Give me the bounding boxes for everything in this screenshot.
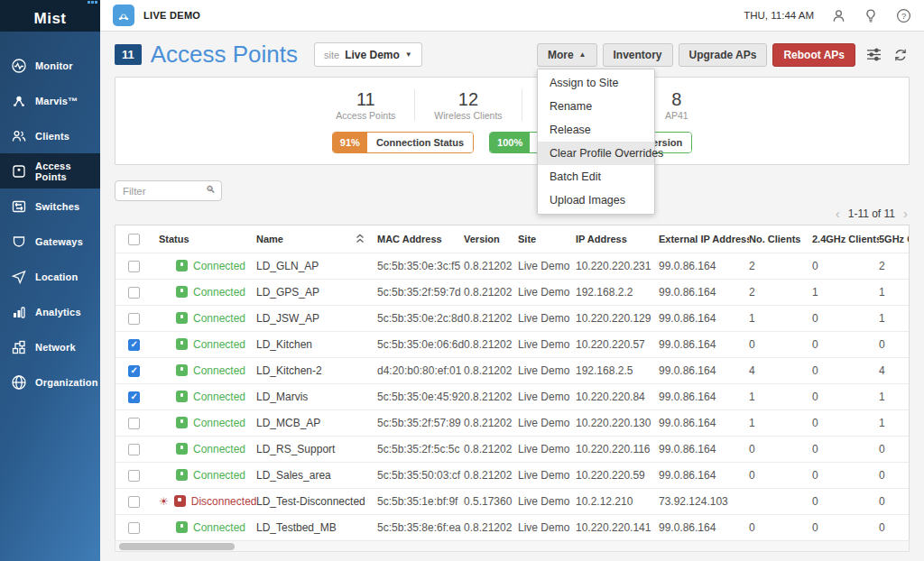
row-checkbox[interactable]: [128, 522, 140, 534]
ap-name[interactable]: LD_Test-Disconnected: [256, 488, 377, 514]
ap-external-ip: 99.0.86.164: [659, 409, 749, 436]
ap-24ghz-clients: 0: [812, 488, 879, 514]
ap-status-icon: [176, 469, 188, 481]
sidebar-item-network[interactable]: Network: [0, 329, 100, 364]
ap-version: 0.8.21202: [464, 331, 518, 357]
sidebar-item-analytics[interactable]: Analytics: [0, 294, 100, 329]
pagination-next-icon[interactable]: ›: [903, 208, 908, 219]
stat-access-points: 11Access Points: [317, 89, 414, 121]
sidebar-item-label: Network: [35, 342, 76, 353]
ap-name[interactable]: LD_Marvis: [256, 383, 377, 409]
horizontal-scrollbar-thumb[interactable]: [119, 543, 235, 550]
sidebar-item-clients[interactable]: Clients: [0, 118, 100, 153]
table-row-ld-gps-ap[interactable]: ConnectedLD_GPS_AP5c:5b:35:2f:59:7d0.8.2…: [116, 279, 910, 305]
menu-item-upload-images[interactable]: Upload Images: [538, 189, 654, 212]
ap-name[interactable]: LD_Testbed_MB: [256, 514, 377, 540]
table-row-ld-gln-ap[interactable]: ConnectedLD_GLN_AP5c:5b:35:0e:3c:f50.8.2…: [116, 253, 910, 279]
table-row-ld-rs-support[interactable]: ConnectedLD_RS_Support5c:5b:35:2f:5c:5c0…: [116, 436, 910, 462]
row-checkbox[interactable]: [128, 418, 140, 429]
ap-name[interactable]: LD_Kitchen-2: [256, 357, 377, 383]
ap-name[interactable]: LD_RS_Support: [256, 436, 377, 462]
select-all-checkbox[interactable]: [128, 234, 140, 245]
ap-name[interactable]: LD_GPS_AP: [256, 279, 377, 305]
column-settings-icon[interactable]: [864, 46, 882, 64]
sidebar-item-location[interactable]: Location: [0, 259, 100, 294]
ap-name[interactable]: LD_MCB_AP: [256, 409, 377, 436]
reboot-aps-button[interactable]: Reboot APs: [772, 43, 855, 67]
sidebar-item-label: Marvis™: [35, 96, 78, 106]
column-header-mac-address[interactable]: MAC Address: [377, 225, 464, 253]
more-button[interactable]: More ▲: [537, 43, 597, 67]
row-checkbox[interactable]: [128, 287, 140, 299]
table-row-ld-marvis[interactable]: ConnectedLD_Marvis5c:5b:35:0e:45:920.8.2…: [116, 383, 910, 409]
ap-ip: 10.220.220.129: [576, 305, 659, 331]
row-checkbox[interactable]: [128, 470, 140, 482]
column-header-ip-address[interactable]: IP Address: [576, 225, 659, 253]
mist-logo[interactable]: Mist: [0, 0, 100, 32]
site-selector[interactable]: site Live Demo ▼: [314, 42, 422, 67]
column-header-version[interactable]: Version: [464, 225, 518, 253]
help-icon[interactable]: ?: [895, 7, 911, 23]
more-button-label: More: [548, 49, 574, 61]
status-text: Connected: [193, 521, 245, 534]
stat-wireless-clients: 12Wireless Clients: [414, 89, 521, 121]
row-checkbox[interactable]: [128, 496, 140, 508]
column-header-no-clients[interactable]: No. Clients: [749, 225, 812, 253]
user-icon[interactable]: [830, 7, 846, 23]
ap-name[interactable]: LD_JSW_AP: [256, 305, 377, 331]
horizontal-scrollbar[interactable]: [115, 540, 910, 552]
table-row-ld-sales-area[interactable]: ConnectedLD_Sales_area5c:5b:35:50:03:cf0…: [116, 462, 910, 488]
ap-5ghz-clients: 0: [879, 514, 910, 540]
ap-status-icon: [176, 338, 188, 350]
sidebar-item-monitor[interactable]: Monitor: [0, 48, 100, 83]
upgrade-aps-button[interactable]: Upgrade APs: [679, 43, 768, 67]
badge-label: Connection Status: [367, 133, 473, 152]
table-row-ld-jsw-ap[interactable]: ConnectedLD_JSW_AP5c:5b:35:0e:2c:8d0.8.2…: [116, 305, 910, 331]
sidebar-item-organization[interactable]: Organization: [0, 364, 100, 400]
status-text: Connected: [193, 364, 245, 377]
row-checkbox[interactable]: [128, 313, 140, 325]
row-checkbox[interactable]: [128, 444, 140, 455]
topbar-right: THU, 11:44 AM ?: [744, 7, 911, 23]
network-icon: [11, 339, 27, 355]
ap-name[interactable]: LD_GLN_AP: [256, 253, 377, 279]
menu-item-batch-edit[interactable]: Batch Edit: [538, 165, 654, 189]
ap-site: Live Demo: [518, 409, 576, 436]
column-header-site[interactable]: Site: [518, 225, 576, 253]
row-checkbox[interactable]: [128, 391, 140, 403]
sidebar-item-switches[interactable]: Switches: [0, 189, 100, 224]
ap-status-icon: [176, 312, 188, 324]
refresh-icon[interactable]: [892, 46, 910, 64]
sidebar-item-gateways[interactable]: Gateways: [0, 224, 100, 259]
ap-ip: 192.168.2.2: [576, 279, 659, 305]
row-checkbox[interactable]: [128, 365, 140, 377]
ap-name[interactable]: LD_Sales_area: [256, 462, 377, 488]
table-row-ld-kitchen-2[interactable]: ConnectedLD_Kitchen-2d4:20:b0:80:ef:010.…: [116, 357, 910, 383]
ap-external-ip: 99.0.86.164: [659, 462, 749, 488]
menu-item-release[interactable]: Release: [538, 118, 654, 142]
ap-external-ip: 99.0.86.164: [659, 253, 749, 279]
column-header-status[interactable]: Status: [159, 225, 256, 253]
menu-item-clear-profile-overrides[interactable]: Clear Profile Overrides: [538, 142, 654, 165]
table-row-ld-kitchen[interactable]: ConnectedLD_Kitchen5c:5b:35:0e:06:6d0.8.…: [116, 331, 910, 357]
column-header-2-4ghz-clients[interactable]: 2.4GHz Clients: [812, 225, 879, 253]
menu-item-assign-to-site[interactable]: Assign to Site: [538, 71, 654, 95]
column-header-name[interactable]: Name: [256, 225, 377, 253]
pagination-prev-icon[interactable]: ‹: [836, 208, 840, 219]
ap-24ghz-clients: 0: [812, 409, 879, 436]
sidebar-item-access-points[interactable]: Access Points: [0, 153, 100, 189]
sidebar-item-marvis[interactable]: Marvis™: [0, 83, 100, 118]
lightbulb-icon[interactable]: [863, 7, 879, 23]
row-checkbox[interactable]: [128, 261, 140, 272]
table-row-ld-test-disconnected[interactable]: ☀DisconnectedLD_Test-Disconnected5c:5b:3…: [116, 488, 910, 514]
column-header-5ghz-clients[interactable]: 5GHz Clients: [879, 225, 910, 253]
table-row-ld-mcb-ap[interactable]: ConnectedLD_MCB_AP5c:5b:35:2f:57:890.8.2…: [116, 409, 910, 436]
table-row-ld-testbed-mb[interactable]: ConnectedLD_Testbed_MB5c:5b:35:8e:6f:ea0…: [116, 514, 910, 540]
inventory-button[interactable]: Inventory: [603, 43, 673, 67]
column-header-external-ip-address[interactable]: External IP Address: [659, 225, 749, 253]
menu-item-rename[interactable]: Rename: [538, 95, 654, 118]
ap-name[interactable]: LD_Kitchen: [256, 331, 377, 357]
badge-connection-status[interactable]: 91%Connection Status: [332, 132, 474, 153]
org-switcher[interactable]: LIVE DEMO: [113, 5, 200, 26]
row-checkbox[interactable]: [128, 339, 140, 351]
